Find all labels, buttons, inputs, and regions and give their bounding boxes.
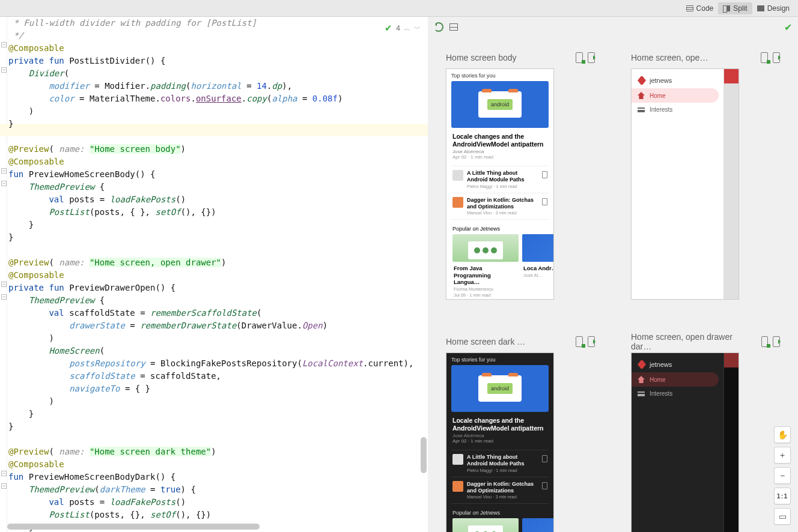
preview-title: Home screen dark … [446,337,525,346]
zoom-in-button[interactable]: + [774,447,791,464]
kw: fun [8,472,23,482]
zoom-fit-button[interactable]: ▭ [774,508,791,525]
preview-surface[interactable]: jetnews Home Interests [631,68,739,300]
list-icon [638,391,645,396]
app-logo-icon [638,76,646,85]
kw: val [49,195,64,204]
run-preview-icon[interactable] [588,52,595,63]
string: "Home screen, open drawer" [90,258,221,267]
brand-name: jetnews [650,77,672,84]
kw: private [8,56,44,65]
nav-drawer: jetnews Home Interests [632,69,724,299]
drawer-label: Home [650,376,666,383]
param: alpha [272,94,297,103]
preview-item: Home screen, open drawer dar… jetnews Ho… [631,336,780,532]
deploy-preview-icon[interactable] [761,336,769,347]
zoom-controls: ✋ + − 1:1 ▭ [774,426,791,525]
home-icon [638,376,645,383]
preview-surface[interactable]: Top stories for you android Locale chang… [446,352,554,532]
deploy-preview-icon[interactable] [576,336,583,347]
view-mode-split[interactable]: Split [718,2,752,14]
preview-title: Home screen body [446,53,517,62]
horizontal-scrollbar[interactable] [7,524,423,530]
pan-button[interactable]: ✋ [774,426,791,443]
t: colors [160,94,191,103]
card [452,518,519,532]
run-preview-icon[interactable] [773,52,780,63]
view-mode-split-label: Split [733,4,747,13]
item-title: Dagger in Kotlin: Gotchas and Optimizati… [467,197,534,210]
list-item: A Little Thing about Android Module Path… [446,453,553,474]
hero-image: android [451,365,549,412]
param: navigateTo [69,384,120,393]
code-editor[interactable]: − − − − − − − − ✔ 4 ︿ ﹀ * Full-width div… [0,17,428,532]
t: posts [69,195,94,204]
card-meta: Jose Al… [522,272,553,278]
refresh-icon[interactable] [434,22,443,32]
code-content[interactable]: * Full-width divider with padding for [P… [8,17,428,532]
view-mode-design[interactable]: Design [752,2,794,14]
list-icon [638,107,645,112]
fold-icon[interactable]: − [1,282,7,287]
fold-icon[interactable]: − [1,42,7,47]
run-preview-icon[interactable] [588,336,595,347]
fold-icon[interactable]: − [1,294,7,300]
card-title: From Java Programming Langua… [452,262,519,285]
card [522,518,553,532]
fold-icon[interactable]: − [1,181,7,186]
fold-icon[interactable]: − [1,168,7,174]
section-header: Popular on Jetnews [446,506,553,518]
deploy-preview-icon[interactable] [576,52,583,63]
param: color [49,94,74,103]
call: loadFakePosts [110,195,176,204]
zoom-reset-button[interactable]: 1:1 [774,488,791,504]
call: HomeScreen [49,346,99,355]
brand-name: jetnews [650,361,672,368]
article-author: Jose Alcérreca [446,148,553,154]
section-header: Top stories for you [446,69,553,81]
preview-item: Home screen dark … Top stories for you a… [446,336,595,532]
fold-icon[interactable]: − [1,67,7,73]
card: Loca Andr…Jose Al… [522,234,553,297]
annotation: @Preview [8,144,49,154]
t: posts [69,497,94,507]
t: = [75,94,90,103]
param: drawerState [69,321,125,330]
list-item: Dagger in Kotlin: Gotchas and Optimizati… [446,196,553,217]
scrollbar-thumb[interactable] [7,524,260,530]
vertical-scrollbar[interactable] [421,437,427,473]
bookmark-icon [542,198,547,205]
drawer-item-home: Home [632,88,719,103]
hint: name: [54,144,85,154]
item-meta: Manuel Vivo · 3 min read [467,494,538,500]
code-icon [686,5,693,11]
layout-settings-icon[interactable] [449,23,458,31]
section-header: Popular on Jetnews [446,222,553,234]
fold-icon[interactable]: − [1,471,7,476]
fn: PostListDivider [69,56,145,65]
preview-surface[interactable]: Top stories for you android Locale chang… [446,68,554,300]
android-badge: android [487,383,513,394]
view-mode-design-label: Design [767,4,790,13]
fold-icon[interactable]: − [1,483,7,489]
annotation: @Composable [8,459,64,469]
preview-title: Home screen, open drawer dar… [631,332,752,351]
call: setOf [155,207,180,217]
thumbnail [452,170,463,181]
status-ok-icon: ✔ [784,22,792,33]
annotation: @Composable [8,157,64,166]
zoom-out-button[interactable]: − [774,467,791,484]
bookmark-icon [542,171,547,178]
app-logo-icon [638,360,646,369]
thumbnail [452,481,463,492]
kw: val [49,308,64,318]
t: 0.08f [312,94,338,103]
t: current [368,358,404,368]
t: copy [246,94,267,103]
thumbnail [452,197,463,208]
preview-surface[interactable]: jetnews Home Interests [631,352,739,532]
article-meta: Apr 02 · 1 min read [446,438,553,447]
view-mode-code[interactable]: Code [681,2,719,14]
deploy-preview-icon[interactable] [761,52,768,63]
run-preview-icon[interactable] [773,336,780,347]
